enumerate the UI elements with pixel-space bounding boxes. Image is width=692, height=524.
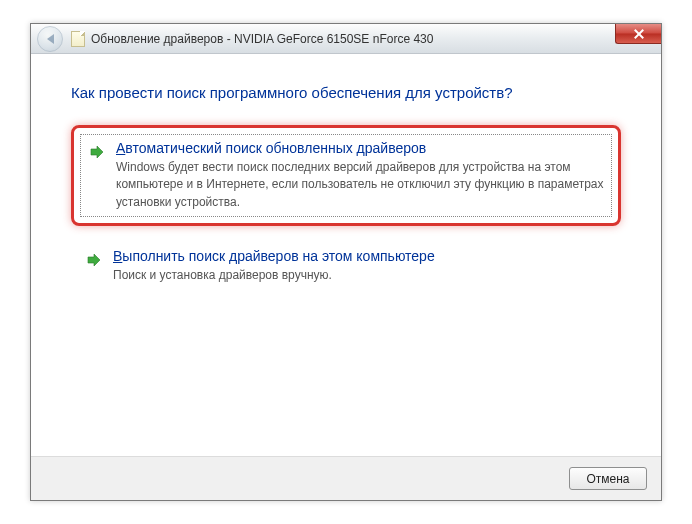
option-description: Windows будет вести поиск последних верс…	[116, 159, 604, 211]
option-title: Выполнить поиск драйверов на этом компью…	[113, 248, 607, 264]
page-heading: Как провести поиск программного обеспече…	[71, 84, 621, 101]
cancel-button[interactable]: Отмена	[569, 467, 647, 490]
device-icon	[71, 31, 85, 47]
arrow-right-icon	[88, 143, 106, 161]
option-title: Автоматический поиск обновленных драйвер…	[116, 140, 604, 156]
option-description: Поиск и установка драйверов вручную.	[113, 267, 607, 284]
close-button[interactable]	[615, 24, 661, 44]
footer: Отмена	[31, 456, 661, 500]
option-auto-search[interactable]: Автоматический поиск обновленных драйвер…	[71, 125, 621, 226]
option-browse-computer[interactable]: Выполнить поиск драйверов на этом компью…	[71, 236, 621, 296]
titlebar: Обновление драйверов - NVIDIA GeForce 61…	[31, 24, 661, 54]
close-icon	[634, 29, 644, 39]
content-area: Как провести поиск программного обеспече…	[31, 54, 661, 297]
arrow-right-icon	[85, 251, 103, 269]
back-button[interactable]	[37, 26, 63, 52]
driver-update-wizard-window: Обновление драйверов - NVIDIA GeForce 61…	[30, 23, 662, 501]
window-title: Обновление драйверов - NVIDIA GeForce 61…	[91, 32, 433, 46]
